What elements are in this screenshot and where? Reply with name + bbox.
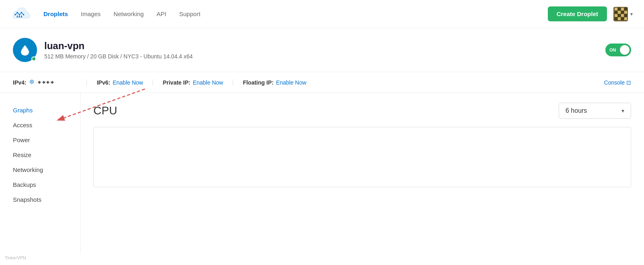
- hours-dropdown[interactable]: 6 hours ▾: [559, 103, 631, 119]
- main-content: Graphs Access Power Resize Networking Ba…: [0, 93, 644, 254]
- cpu-header: CPU 6 hours ▾: [93, 103, 631, 119]
- ipv6-group: IPv6: Enable Now: [97, 79, 143, 86]
- console-link[interactable]: Console ⊡: [604, 79, 631, 86]
- droplet-specs: 512 MB Memory / 20 GB Disk / NYC3 - Ubun…: [44, 53, 605, 60]
- console-icon: ⊡: [626, 79, 631, 86]
- logo: [10, 5, 31, 23]
- droplet-header: luan-vpn 512 MB Memory / 20 GB Disk / NY…: [0, 28, 644, 72]
- ipv4-value: ·◆·◆·◆·◆: [29, 79, 77, 86]
- navbar: Droplets Images Networking API Support C…: [0, 0, 644, 28]
- separator-3: [233, 79, 233, 86]
- toggle-knob: [620, 45, 630, 55]
- chevron-down-icon: ▾: [630, 11, 633, 17]
- ipv4-group: IPv4: ·◆·◆·◆·◆: [13, 79, 77, 86]
- ip-bar: IPv4: ·◆·◆·◆·◆ IPv6: Enable Now Private …: [0, 72, 644, 93]
- cpu-title: CPU: [93, 104, 117, 117]
- svg-text:·◆·◆·◆·◆: ·◆·◆·◆·◆: [37, 80, 54, 84]
- avatar-button[interactable]: ▾: [612, 5, 634, 23]
- sidebar-item-backups[interactable]: Backups: [0, 177, 80, 192]
- console-label: Console: [604, 79, 625, 86]
- nav-api[interactable]: API: [157, 10, 166, 17]
- ipv6-enable-link[interactable]: Enable Now: [113, 79, 143, 86]
- nav-networking[interactable]: Networking: [114, 10, 144, 17]
- nav-images[interactable]: Images: [81, 10, 101, 17]
- svg-point-17: [31, 81, 33, 83]
- separator-2: [153, 79, 153, 86]
- console-group: Console ⊡: [604, 79, 631, 86]
- private-ip-group: Private IP: Enable Now: [163, 79, 223, 86]
- floating-ip-label: Floating IP:: [243, 79, 273, 86]
- droplet-info: luan-vpn 512 MB Memory / 20 GB Disk / NY…: [44, 40, 605, 60]
- sidebar-item-graphs[interactable]: Graphs: [0, 103, 80, 118]
- sidebar-item-snapshots[interactable]: Snapshots: [0, 192, 80, 207]
- power-toggle[interactable]: ON: [605, 43, 631, 56]
- chevron-down-icon: ▾: [621, 108, 624, 114]
- hours-value: 6 hours: [566, 107, 587, 114]
- floating-ip-group: Floating IP: Enable Now: [243, 79, 306, 86]
- sidebar-item-power[interactable]: Power: [0, 132, 80, 147]
- nav-droplets[interactable]: Droplets: [43, 10, 68, 17]
- sidebar: Graphs Access Power Resize Networking Ba…: [0, 93, 80, 254]
- ipv4-label: IPv4:: [13, 79, 26, 86]
- droplet-avatar: [13, 38, 37, 62]
- power-toggle-container: ON: [605, 43, 631, 56]
- online-indicator: [31, 56, 36, 61]
- nav-links: Droplets Images Networking API Support: [43, 10, 548, 17]
- ipv6-label: IPv6:: [97, 79, 110, 86]
- content-area: CPU 6 hours ▾: [80, 93, 644, 254]
- floating-ip-enable-link[interactable]: Enable Now: [276, 79, 307, 86]
- sidebar-item-access[interactable]: Access: [0, 118, 80, 132]
- private-ip-enable-link[interactable]: Enable Now: [193, 79, 223, 86]
- avatar-icon: [613, 7, 628, 21]
- droplet-name: luan-vpn: [44, 40, 605, 52]
- toggle-label: ON: [609, 48, 616, 52]
- navbar-actions: Create Droplet ▾: [548, 5, 634, 23]
- private-ip-label: Private IP:: [163, 79, 190, 86]
- create-droplet-button[interactable]: Create Droplet: [548, 6, 607, 21]
- cpu-chart: [93, 127, 631, 187]
- separator-1: [87, 79, 87, 86]
- sidebar-item-networking[interactable]: Networking: [0, 162, 80, 177]
- sidebar-item-resize[interactable]: Resize: [0, 147, 80, 162]
- nav-support[interactable]: Support: [179, 10, 200, 17]
